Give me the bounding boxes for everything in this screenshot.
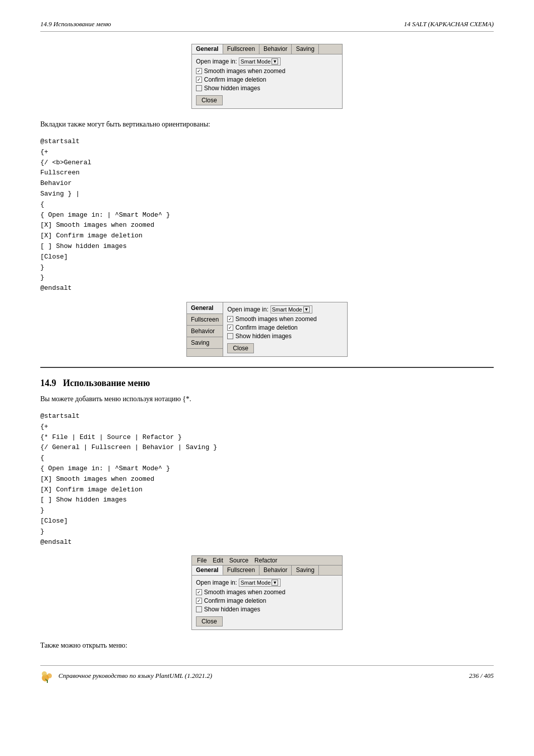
menu-select-value: Smart Mode xyxy=(240,580,271,586)
page-footer: Справочное руководство по языку PlantUML… xyxy=(40,665,494,683)
menu-file[interactable]: File xyxy=(194,556,210,564)
header-left: 14.9 Использование меню xyxy=(40,20,111,28)
menu-dialog-wrapper: File Edit Source Refactor General Fullsc… xyxy=(40,555,494,630)
menu-checkbox-confirm-label: Confirm image deletion xyxy=(204,597,266,604)
page: 14.9 Использование меню 14 SALT (КАРКАСН… xyxy=(0,0,534,698)
menubar: File Edit Source Refactor xyxy=(192,556,342,565)
vert-tab-behavior[interactable]: Behavior xyxy=(187,326,223,337)
checkbox-smooth-label: Smooth images when zoomed xyxy=(204,68,285,75)
checkbox-hidden-box[interactable] xyxy=(196,85,202,91)
vert-dialog-wrapper: General Fullscreen Behavior Saving Open … xyxy=(40,302,494,357)
vert-tab-saving[interactable]: Saving xyxy=(187,337,223,349)
footer-logo: Справочное руководство по языку PlantUML… xyxy=(40,669,212,683)
menu-checkbox-hidden-label: Show hidden images xyxy=(204,606,260,613)
menu-refactor[interactable]: Refactor xyxy=(251,556,280,564)
vert-select-arrow-icon: ▼ xyxy=(303,306,310,312)
menu-tabs: General Fullscreen Behavior Saving xyxy=(192,565,342,576)
menu-checkbox-confirm: ✓ Confirm image deletion xyxy=(196,597,338,604)
menu-edit[interactable]: Edit xyxy=(210,556,226,564)
menu-dialog: File Edit Source Refactor General Fullsc… xyxy=(191,555,343,630)
close-button-top[interactable]: Close xyxy=(196,95,223,105)
close-button-menu[interactable]: Close xyxy=(196,616,223,626)
tab-fullscreen[interactable]: Fullscreen xyxy=(223,44,259,54)
menu-checkbox-smooth: ✓ Smooth images when zoomed xyxy=(196,589,338,596)
checkbox-confirm-box[interactable]: ✓ xyxy=(196,77,202,83)
checkbox-smooth-box[interactable]: ✓ xyxy=(196,68,202,74)
vert-open-image-select[interactable]: Smart Mode ▼ xyxy=(271,305,312,313)
section2-intro: Вы можете добавить меню используя нотаци… xyxy=(40,394,494,404)
vert-checkbox-confirm: ✓ Confirm image deletion xyxy=(227,324,343,331)
vert-tabs: General Fullscreen Behavior Saving xyxy=(187,302,223,356)
vert-checkbox-hidden: Show hidden images xyxy=(227,333,343,340)
menu-tab-behavior[interactable]: Behavior xyxy=(259,565,292,575)
menu-select-arrow-icon: ▼ xyxy=(272,580,278,586)
open-image-label: Open image in: xyxy=(196,58,237,65)
vert-checkbox-confirm-box[interactable]: ✓ xyxy=(227,325,233,331)
tab-general[interactable]: General xyxy=(192,44,223,54)
vert-checkbox-smooth-box[interactable]: ✓ xyxy=(227,316,233,322)
open-image-select[interactable]: Smart Mode ▼ xyxy=(239,57,281,66)
menu-open-image-label: Open image in: xyxy=(196,579,237,586)
vertical-intro-text: Вкладки также могут быть вертикально ори… xyxy=(40,119,494,130)
vert-checkbox-hidden-label: Show hidden images xyxy=(235,333,291,340)
menu-open-image-row: Open image in: Smart Mode ▼ xyxy=(196,579,338,587)
section-heading-wrapper: 14.9 Использование меню xyxy=(40,367,494,389)
page-header: 14.9 Использование меню 14 SALT (КАРКАСН… xyxy=(40,20,494,32)
vert-tab-fullscreen[interactable]: Fullscreen xyxy=(187,314,223,326)
horiz-tabs: General Fullscreen Behavior Saving xyxy=(192,44,342,54)
footer-page: 236 / 405 xyxy=(469,672,494,680)
checkbox-hidden-label: Show hidden images xyxy=(204,85,260,92)
close-button-vert[interactable]: Close xyxy=(227,343,254,353)
select-value: Smart Mode xyxy=(240,58,271,65)
checkbox-smooth: ✓ Smooth images when zoomed xyxy=(196,68,338,75)
menu-tab-fullscreen[interactable]: Fullscreen xyxy=(223,565,259,575)
select-arrow-icon: ▼ xyxy=(272,58,278,65)
menu-dialog-body: Open image in: Smart Mode ▼ ✓ Smooth ima… xyxy=(192,576,342,629)
vert-dialog-body: Open image in: Smart Mode ▼ ✓ Smooth ima… xyxy=(223,302,347,356)
code-block-2: @startsalt {+ {* File | Edit | Source | … xyxy=(40,411,494,547)
section-heading: 14.9 Использование меню xyxy=(40,378,494,389)
vert-checkbox-confirm-label: Confirm image deletion xyxy=(235,324,297,331)
horiz-dialog-wrapper: General Fullscreen Behavior Saving Open … xyxy=(40,44,494,109)
code-block-1: @startsalt {+ {/ <b>General Fullscreen B… xyxy=(40,137,494,294)
checkbox-confirm-label: Confirm image deletion xyxy=(204,76,266,83)
menu-checkbox-hidden: Show hidden images xyxy=(196,606,338,613)
vert-tab-general[interactable]: General xyxy=(187,302,223,314)
vert-checkbox-smooth: ✓ Smooth images when zoomed xyxy=(227,316,343,323)
svg-point-1 xyxy=(47,673,52,678)
vert-checkbox-smooth-label: Smooth images when zoomed xyxy=(235,316,316,323)
menu-checkbox-hidden-box[interactable] xyxy=(196,606,202,612)
menu-checkbox-smooth-box[interactable]: ✓ xyxy=(196,589,202,595)
checkbox-hidden: Show hidden images xyxy=(196,85,338,92)
svg-point-2 xyxy=(42,671,47,676)
vert-open-image-label: Open image in: xyxy=(227,306,268,313)
header-right: 14 SALT (КАРКАСНАЯ СХЕМА) xyxy=(404,20,494,28)
menu-tab-general[interactable]: General xyxy=(192,565,223,575)
menu-checkbox-smooth-label: Smooth images when zoomed xyxy=(204,589,285,596)
vert-select-value: Smart Mode xyxy=(272,306,302,312)
plantuml-logo-icon xyxy=(40,669,54,683)
tab-saving[interactable]: Saving xyxy=(292,44,319,54)
section-title: Использование меню xyxy=(63,378,150,388)
checkbox-confirm: ✓ Confirm image deletion xyxy=(196,76,338,83)
menu-source[interactable]: Source xyxy=(226,556,251,564)
menu-open-image-select[interactable]: Smart Mode ▼ xyxy=(239,579,281,587)
horiz-dialog-body: Open image in: Smart Mode ▼ ✓ Smooth ima… xyxy=(192,54,342,108)
horiz-dialog: General Fullscreen Behavior Saving Open … xyxy=(191,44,343,109)
vert-dialog: General Fullscreen Behavior Saving Open … xyxy=(186,302,348,357)
footer-text: Справочное руководство по языку PlantUML… xyxy=(58,672,212,680)
tab-behavior[interactable]: Behavior xyxy=(259,44,292,54)
vert-checkbox-hidden-box[interactable] xyxy=(227,333,233,339)
menu-checkbox-confirm-box[interactable]: ✓ xyxy=(196,598,202,604)
menu-tab-saving[interactable]: Saving xyxy=(292,565,319,575)
vert-open-image-row: Open image in: Smart Mode ▼ xyxy=(227,305,343,313)
open-image-row: Open image in: Smart Mode ▼ xyxy=(196,57,338,66)
section3-text: Также можно открыть меню: xyxy=(40,640,494,651)
section-number: 14.9 xyxy=(40,378,56,388)
